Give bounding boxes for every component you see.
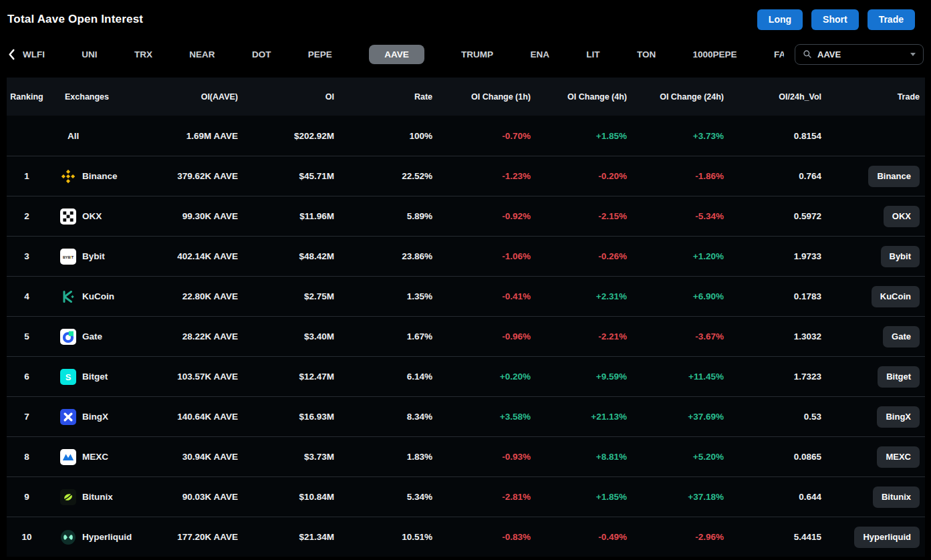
oi-usd: $2.75M <box>238 291 334 301</box>
binance-icon <box>60 168 76 184</box>
oi-change-24h: -5.34% <box>627 211 724 221</box>
tab-lit[interactable]: LIT <box>586 45 600 64</box>
rank: 4 <box>7 291 47 301</box>
rate: 5.34% <box>334 492 432 502</box>
oi-24h-vol: 0.5972 <box>724 211 821 221</box>
oi-24h-vol: 0.8154 <box>724 131 821 141</box>
mexc-icon <box>60 449 76 465</box>
trade-button[interactable]: Trade <box>868 9 915 30</box>
oi-change-4h: +8.81% <box>531 452 627 462</box>
topbar-buttons: Long Short Trade <box>757 9 915 30</box>
oi-usd: $202.92M <box>238 131 334 141</box>
exchange-cell: KuCoin <box>47 289 147 305</box>
trade-cell: Bybit <box>821 246 925 267</box>
rank: 9 <box>7 492 47 502</box>
short-button[interactable]: Short <box>811 9 859 30</box>
trade-button-bybit[interactable]: Bybit <box>881 246 920 267</box>
table-row-all: All1.69M AAVE$202.92M100%-0.70%+1.85%+3.… <box>7 116 925 156</box>
symbol-tabbar: WLFIUNITRXNEARDOTPEPEAAVETRUMPENALITTON1… <box>0 39 931 69</box>
tab-wlfi[interactable]: WLFI <box>23 45 45 64</box>
oi-aave: 22.80K AAVE <box>147 291 238 301</box>
oi-usd: $3.73M <box>238 452 334 462</box>
oi-aave: 99.30K AAVE <box>147 211 238 221</box>
table-body: All1.69M AAVE$202.92M100%-0.70%+1.85%+3.… <box>7 116 925 557</box>
rank: 1 <box>7 171 47 181</box>
oi-change-1h: +3.58% <box>432 412 531 422</box>
rank: 5 <box>7 331 47 341</box>
oi-usd: $48.42M <box>238 251 334 261</box>
rate: 8.34% <box>334 412 432 422</box>
trade-cell: OKX <box>821 206 925 227</box>
tab-1000pepe[interactable]: 1000PEPE <box>693 45 737 64</box>
exchange-cell: BYBITBybit <box>47 249 147 265</box>
exchange-name: Binance <box>82 171 118 181</box>
trade-button-bingx[interactable]: BingX <box>877 406 920 428</box>
table-row-bitget: 6SBitget103.57K AAVE$12.47M6.14%+0.20%+9… <box>7 356 925 396</box>
oi-change-24h: -2.96% <box>627 532 724 542</box>
rate: 22.52% <box>334 171 432 181</box>
oi-change-1h: -0.83% <box>432 532 531 542</box>
oi-usd: $11.96M <box>238 211 334 221</box>
exchange-name: Bitunix <box>82 492 113 502</box>
trade-button-bitunix[interactable]: Bitunix <box>873 486 920 508</box>
trade-button-mexc[interactable]: MEXC <box>877 446 920 468</box>
oi-change-4h: +1.85% <box>531 131 627 141</box>
trade-button-gate[interactable]: Gate <box>883 326 920 347</box>
tab-dot[interactable]: DOT <box>252 45 271 64</box>
oi-change-1h: -0.93% <box>432 452 531 462</box>
bingx-icon <box>60 409 76 425</box>
rank: 7 <box>7 412 47 422</box>
tab-uni[interactable]: UNI <box>82 45 97 64</box>
trade-button-bitget[interactable]: Bitget <box>878 366 920 388</box>
oi-change-1h: -1.06% <box>432 251 531 261</box>
symbol-search[interactable]: AAVE <box>795 44 924 65</box>
tab-aave[interactable]: AAVE <box>369 45 424 64</box>
rank: 10 <box>7 532 47 542</box>
oi-aave: 140.64K AAVE <box>147 412 238 422</box>
tab-trump[interactable]: TRUMP <box>461 45 493 64</box>
long-button[interactable]: Long <box>757 9 803 30</box>
symbol-tabs: WLFIUNITRXNEARDOTPEPEAAVETRUMPENALITTON1… <box>23 45 784 64</box>
okx-icon <box>60 208 76 225</box>
tab-ena[interactable]: ENA <box>530 45 549 64</box>
table-header-row: RankingExchangesOI(AAVE)OIRateOI Change … <box>7 78 925 116</box>
table-row-gate: 5Gate28.22K AAVE$3.40M1.67%-0.96%-2.21%-… <box>7 316 925 356</box>
exchange-name: BingX <box>82 412 108 422</box>
oi-aave: 103.57K AAVE <box>147 372 238 382</box>
oi-change-24h: +5.20% <box>627 452 724 462</box>
oi-change-4h: +1.85% <box>531 492 627 502</box>
oi-change-24h: +1.20% <box>627 251 724 261</box>
tab-fa[interactable]: FA <box>774 45 784 64</box>
rank: 6 <box>7 372 47 382</box>
trade-cell: Binance <box>821 166 925 187</box>
column-header-oi-change-4h: OI Change (4h) <box>531 92 627 102</box>
oi-change-4h: +2.31% <box>531 291 627 301</box>
trade-cell: Hyperliquid <box>821 527 925 548</box>
oi-change-4h: +21.13% <box>531 412 627 422</box>
tab-ton[interactable]: TON <box>637 45 656 64</box>
exchange-cell: Hyperliquid <box>47 529 147 545</box>
trade-button-hyperliquid[interactable]: Hyperliquid <box>854 527 920 548</box>
tab-near[interactable]: NEAR <box>189 45 215 64</box>
oi-24h-vol: 0.0865 <box>724 452 821 462</box>
oi-change-1h: -2.81% <box>432 492 531 502</box>
exchange-name: OKX <box>82 211 102 221</box>
bitget-icon: S <box>60 369 76 385</box>
exchange-name: Bitget <box>82 372 108 382</box>
hyperliquid-icon <box>60 529 76 545</box>
trade-button-okx[interactable]: OKX <box>884 206 920 227</box>
tab-trx[interactable]: TRX <box>134 45 152 64</box>
column-header-oi: OI <box>238 92 334 102</box>
oi-usd: $45.71M <box>238 171 334 181</box>
exchange-name: Gate <box>82 331 102 341</box>
tab-pepe[interactable]: PEPE <box>308 45 332 64</box>
oi-aave: 402.14K AAVE <box>147 251 238 261</box>
search-value: AAVE <box>817 49 841 59</box>
rate: 6.14% <box>334 372 432 382</box>
exchange-cell: MEXC <box>47 449 147 465</box>
chevron-left-icon[interactable] <box>7 49 16 60</box>
oi-aave: 1.69M AAVE <box>147 131 238 141</box>
oi-change-4h: -0.49% <box>531 532 627 542</box>
trade-button-kucoin[interactable]: KuCoin <box>872 286 920 307</box>
trade-button-binance[interactable]: Binance <box>868 166 920 187</box>
